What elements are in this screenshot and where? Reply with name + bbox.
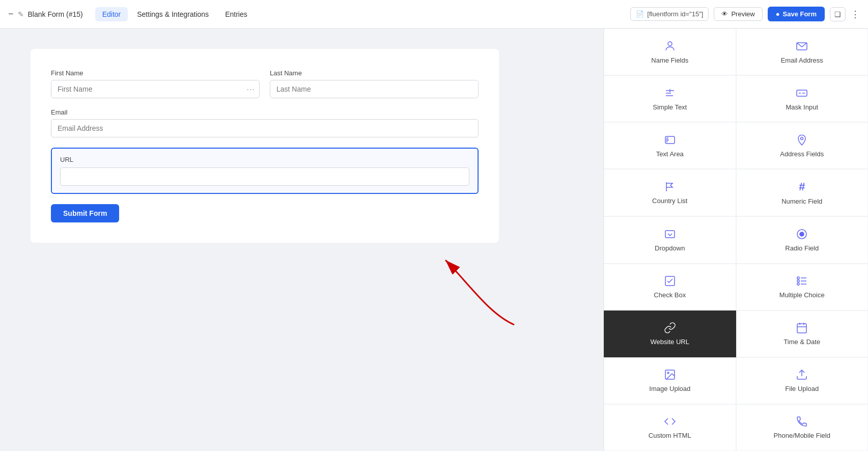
last-name-label: Last Name: [270, 69, 479, 77]
first-name-field: First Name ⋯: [51, 69, 260, 98]
sidebar-item-name-fields[interactable]: Name Fields: [604, 29, 736, 75]
email-label: Email: [51, 108, 479, 116]
link-icon: [664, 322, 676, 334]
url-field-container: URL: [51, 148, 479, 194]
sidebar-item-phone-mobile[interactable]: Phone/Mobile Field: [736, 404, 869, 451]
first-name-label: First Name: [51, 69, 260, 77]
sidebar-item-country-list[interactable]: Country List: [604, 169, 736, 216]
svg-rect-25: [797, 324, 806, 333]
form-title: Blank Form (#15): [28, 10, 83, 18]
collapse-button[interactable]: −: [8, 9, 14, 19]
sidebar-item-multiple-choice[interactable]: Multiple Choice: [736, 264, 869, 311]
custom-html-label: Custom HTML: [649, 432, 691, 439]
mask-icon: [796, 87, 808, 99]
file-upload-label: File Upload: [785, 385, 819, 392]
url-input[interactable]: [60, 167, 469, 186]
nav-right: 📄 [fluentform id="15"] 👁 Preview ● Save …: [630, 7, 860, 21]
numeric-field-label: Numeric Field: [781, 198, 822, 205]
svg-rect-23: [797, 283, 799, 285]
shortcode-box[interactable]: 📄 [fluentform id="15"]: [630, 7, 709, 21]
edit-icon: ✎: [18, 10, 24, 18]
upload-icon: [796, 369, 808, 381]
hash-icon: #: [799, 180, 805, 193]
sidebar-item-address-fields[interactable]: Address Fields: [736, 122, 869, 169]
fullscreen-icon: ❏: [834, 10, 841, 18]
address-fields-label: Address Fields: [780, 150, 824, 158]
sidebar-item-numeric-field[interactable]: # Numeric Field: [736, 169, 869, 216]
svg-point-13: [801, 137, 803, 139]
preview-icon: 👁: [721, 10, 728, 18]
dropdown-label: Dropdown: [655, 244, 685, 252]
email-field: Email: [51, 108, 479, 137]
simple-text-label: Simple Text: [653, 103, 687, 111]
save-button[interactable]: ● Save Form: [768, 7, 825, 21]
sidebar-item-file-upload[interactable]: File Upload: [736, 357, 869, 404]
email-input[interactable]: [51, 119, 479, 137]
shortcode-icon: 📄: [636, 10, 644, 18]
last-name-field: Last Name: [270, 69, 479, 98]
email-row: Email: [51, 108, 479, 137]
svg-point-30: [667, 372, 669, 374]
fullscreen-button[interactable]: ❏: [830, 7, 846, 21]
tab-editor[interactable]: Editor: [95, 7, 128, 21]
tab-settings[interactable]: Settings & Integrations: [130, 7, 216, 21]
sidebar-item-image-upload[interactable]: Image Upload: [604, 357, 736, 404]
svg-rect-21: [797, 280, 799, 282]
image-icon: [664, 369, 676, 381]
sidebar-item-custom-html[interactable]: Custom HTML: [604, 404, 736, 451]
country-list-label: Country List: [652, 197, 687, 205]
mask-input-label: Mask Input: [786, 103, 818, 111]
form-container: First Name ⋯ Last Name Email: [31, 49, 499, 243]
image-upload-label: Image Upload: [649, 385, 690, 392]
email-icon: [796, 40, 808, 52]
top-nav: − ✎ Blank Form (#15) Editor Settings & I…: [0, 0, 868, 29]
name-row: First Name ⋯ Last Name: [51, 69, 479, 98]
list-icon: [796, 275, 808, 287]
sidebar-item-email-address[interactable]: Email Address: [736, 29, 869, 75]
person-icon: [664, 40, 676, 52]
text-area-label: Text Area: [656, 150, 684, 158]
multiple-choice-label: Multiple Choice: [779, 291, 825, 299]
name-fields-label: Name Fields: [651, 57, 688, 64]
shortcode-text: [fluentform id="15"]: [647, 10, 703, 18]
more-options-button[interactable]: ⋮: [851, 9, 860, 20]
sidebar-item-dropdown[interactable]: Dropdown: [604, 216, 736, 263]
sidebar-item-time-date[interactable]: Time & Date: [736, 311, 869, 357]
text-icon: [664, 87, 676, 99]
tab-entries[interactable]: Entries: [218, 7, 255, 21]
editor-area: First Name ⋯ Last Name Email: [0, 29, 603, 451]
preview-button[interactable]: 👁 Preview: [714, 7, 762, 21]
time-date-label: Time & Date: [783, 338, 820, 346]
nav-tabs: Editor Settings & Integrations Entries: [95, 7, 255, 21]
sidebar-item-mask-input[interactable]: Mask Input: [736, 75, 869, 122]
svg-rect-6: [797, 90, 807, 96]
sidebar-item-text-area[interactable]: Text Area: [604, 122, 736, 169]
submit-button[interactable]: Submit Form: [51, 204, 119, 222]
sidebar-item-radio-field[interactable]: Radio Field: [736, 216, 869, 263]
main-layout: First Name ⋯ Last Name Email: [0, 29, 868, 451]
sidebar-item-website-url[interactable]: Website URL: [604, 311, 736, 357]
pin-icon: [796, 134, 808, 146]
calendar-icon: [796, 322, 808, 334]
svg-rect-15: [665, 231, 675, 238]
checkbox-icon: [664, 275, 676, 287]
phone-icon: [796, 415, 808, 428]
sidebar-item-check-box[interactable]: Check Box: [604, 264, 736, 311]
nav-left: − ✎ Blank Form (#15) Editor Settings & I…: [8, 7, 626, 21]
first-name-input[interactable]: [51, 80, 260, 98]
right-sidebar: Name Fields Email Address Simple Text: [603, 29, 868, 451]
email-address-label: Email Address: [781, 57, 823, 64]
svg-rect-19: [797, 277, 799, 279]
check-box-label: Check Box: [654, 291, 686, 299]
last-name-input[interactable]: [270, 80, 479, 98]
svg-point-0: [668, 42, 672, 46]
code-icon: [664, 415, 676, 428]
radio-icon: [796, 228, 808, 240]
url-label: URL: [60, 156, 469, 163]
dropdown-icon: [664, 228, 676, 240]
sidebar-item-simple-text[interactable]: Simple Text: [604, 75, 736, 122]
input-options-icon: ⋯: [246, 84, 255, 94]
textarea-icon: [664, 134, 676, 146]
svg-point-17: [800, 232, 804, 236]
save-icon: ●: [776, 10, 780, 18]
